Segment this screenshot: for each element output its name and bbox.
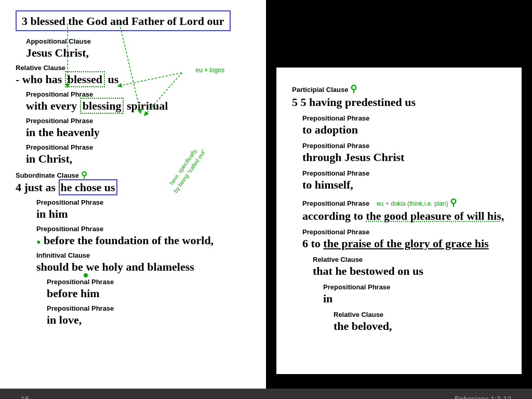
- r-pp4-text: according to the good pleasure of will h…: [302, 209, 506, 223]
- pp7-section: Prepositional Phrase in love,: [47, 304, 250, 327]
- inf-text: should be we holy and blameless: [36, 260, 250, 274]
- inf-clause-label: Infinitival Clause: [36, 251, 250, 259]
- relative-text: - who has blessed us: [16, 73, 250, 86]
- pp5-label: Prepositional Phrase: [36, 225, 250, 233]
- reference: Ephesians 1:3-12: [455, 395, 511, 399]
- pp3-text: in Christ,: [26, 152, 250, 166]
- pp6-text: before him: [47, 287, 250, 300]
- right-panel: Participial Clause ⚲ 5 5 having predesti…: [266, 0, 532, 389]
- pp4-label: Prepositional Phrase: [36, 198, 250, 206]
- sub-clause-label: Subordinate Clause ⚲: [16, 170, 250, 180]
- inf-clause-section: Infinitival Clause should be we holy and…: [36, 251, 250, 274]
- he-chose-us-box: he chose us: [59, 179, 117, 195]
- pp7-text: in love,: [47, 313, 250, 327]
- sub-clause-icon: ⚲: [81, 170, 87, 179]
- pp4-icon: ⚲: [450, 197, 457, 208]
- r-pp3-label: Prepositional Phrase: [302, 169, 506, 177]
- blessing-box: blessing: [80, 98, 124, 114]
- r-rel-clause-section: Relative Clause that he bestowed on us: [313, 256, 506, 278]
- r-pp6-label: Prepositional Phrase: [323, 283, 506, 291]
- r-pp6-text: in: [323, 292, 506, 305]
- pp7-label: Prepositional Phrase: [47, 304, 250, 312]
- r-pp2-text: through Jesus Christ: [302, 151, 506, 164]
- left-panel: 3 blessed the God and Father of Lord our…: [0, 0, 266, 389]
- r-pp5-label: Prepositional Phrase: [302, 228, 506, 236]
- sub-clause-section: Subordinate Clause ⚲ 4 just as he chose …: [16, 170, 250, 194]
- pp1-text: with every blessing spiritual: [26, 99, 250, 113]
- pp2-text: in the heavenly: [26, 126, 250, 139]
- appositional-text: Jesus Christ,: [26, 46, 250, 60]
- dokia-annotation: eu + dokia (think,i.e. plan): [377, 200, 448, 207]
- participial-clause-label: Participial Clause ⚲: [292, 83, 506, 95]
- pp2-section: Prepositional Phrase in the heavenly: [26, 117, 250, 139]
- pp3-label: Prepositional Phrase: [26, 143, 250, 151]
- r-pp5-section: Prepositional Phrase 6 to the praise of …: [302, 228, 506, 250]
- pp6-label: Prepositional Phrase: [47, 278, 250, 286]
- appositional-clause-label: Appositional Clause: [26, 37, 250, 45]
- pp5-section: Prepositional Phrase ● before the founda…: [36, 225, 250, 247]
- svg-point-4: [84, 273, 88, 277]
- r-rel2-text: the beloved,: [334, 320, 506, 333]
- pp4-section: Prepositional Phrase in him: [36, 198, 250, 221]
- verse6-text: 6 to the praise of the glory of grace hi…: [302, 237, 506, 250]
- eu-logos-annotation: eu + logos: [195, 66, 224, 74]
- circle-icon-before: ●: [36, 238, 41, 246]
- verse5-text: 5 5 having predestined us: [292, 96, 506, 109]
- verse4-text: 4 just as he chose us: [16, 181, 250, 194]
- pp6-section: Prepositional Phrase before him: [47, 278, 250, 300]
- participial-clause-section: Participial Clause ⚲ 5 5 having predesti…: [292, 83, 506, 109]
- r-pp4-section: Prepositional Phrase eu + dokia (think,i…: [302, 197, 506, 223]
- r-pp2-label: Prepositional Phrase: [302, 142, 506, 150]
- pp5-text: ● before the foundation of the world,: [36, 234, 250, 247]
- r-pp3-text: to himself,: [302, 178, 506, 192]
- footer: 18 Ephesians 1:3-12: [0, 389, 532, 399]
- pp1-section: Prepositional Phrase with every blessing…: [26, 90, 250, 113]
- r-rel2-clause-label: Relative Clause: [334, 311, 506, 318]
- r-pp1-section: Prepositional Phrase to adoption: [302, 114, 506, 137]
- pp4-text: in him: [36, 207, 250, 221]
- r-pp3-section: Prepositional Phrase to himself,: [302, 169, 506, 192]
- r-pp2-section: Prepositional Phrase through Jesus Chris…: [302, 142, 506, 164]
- r-pp1-text: to adoption: [302, 123, 506, 137]
- pp2-label: Prepositional Phrase: [26, 117, 250, 125]
- main-container: 3 blessed the God and Father of Lord our…: [0, 0, 532, 389]
- page-number: 18: [21, 395, 29, 399]
- verse3-box: 3 blessed the God and Father of Lord our: [16, 10, 231, 31]
- r-pp1-label: Prepositional Phrase: [302, 114, 506, 122]
- verse3-header: 3 blessed the God and Father of Lord our: [22, 15, 224, 28]
- pp1-label: Prepositional Phrase: [26, 90, 250, 98]
- r-rel-clause-label: Relative Clause: [313, 256, 506, 263]
- blessed-box: blessed: [65, 71, 105, 87]
- r-pp4-label: Prepositional Phrase eu + dokia (think,i…: [302, 197, 506, 208]
- r-pp6-section: Prepositional Phrase in: [323, 283, 506, 305]
- pp3-section: Prepositional Phrase in Christ,: [26, 143, 250, 166]
- right-inner: Participial Clause ⚲ 5 5 having predesti…: [276, 68, 522, 374]
- appositional-clause-section: Appositional Clause Jesus Christ,: [26, 37, 250, 60]
- r-rel2-clause-section: Relative Clause the beloved,: [334, 311, 506, 333]
- r-rel-text: that he bestowed on us: [313, 264, 506, 278]
- participial-icon: ⚲: [350, 84, 357, 94]
